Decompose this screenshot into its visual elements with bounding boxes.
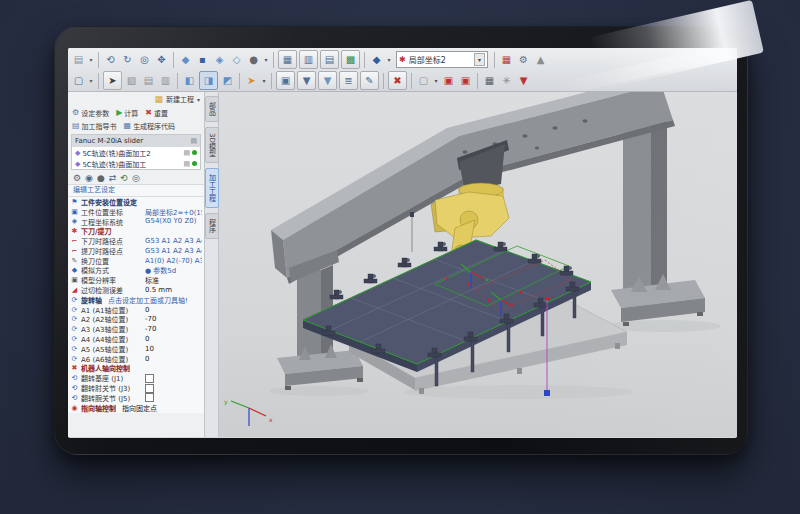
set-parameters-button[interactable]: ⚙ 设定参数 bbox=[72, 108, 109, 118]
axis-delete-icon[interactable]: ✖ bbox=[388, 71, 407, 90]
swap-icon[interactable]: ⇄ bbox=[109, 173, 117, 183]
work-instruction-button[interactable]: ▤ 加工指导书 bbox=[72, 121, 117, 131]
property-row: ▣ 模型分辨率 标准 bbox=[68, 275, 204, 285]
property-value[interactable]: ● 参数5d bbox=[145, 265, 202, 275]
property-value[interactable]: 0 bbox=[145, 306, 202, 314]
monitor-sim-icon[interactable]: ▩ bbox=[341, 50, 360, 69]
tree-root-row[interactable]: Fanuc M-20iA slider ▤ bbox=[72, 135, 200, 147]
property-label: 翻转腕关节 (J5) bbox=[81, 393, 143, 403]
select-arrow-icon[interactable]: ➤ bbox=[103, 71, 122, 90]
property-value[interactable]: 点击设定加工面或刀具轴! bbox=[108, 295, 202, 305]
property-label: A1 (A1轴位置) bbox=[81, 305, 143, 315]
render-sphere-icon[interactable]: ● bbox=[245, 51, 262, 68]
world-icon[interactable]: ◎ bbox=[132, 173, 140, 183]
coordinate-system-combobox[interactable]: ✱ 局部坐标2 ▾ bbox=[396, 51, 488, 68]
red-filter-icon[interactable]: ▼ bbox=[515, 72, 532, 89]
property-value[interactable]: 10 bbox=[145, 345, 202, 353]
annotate-icon[interactable]: ✎ bbox=[360, 71, 379, 90]
simulation-cell-icon[interactable]: ▦ bbox=[278, 50, 297, 69]
tool-setup-icon[interactable]: ⚙ bbox=[73, 173, 81, 183]
property-icon: ⟳ bbox=[70, 355, 79, 363]
calculate-button[interactable]: ▶ 计算 bbox=[116, 108, 138, 118]
new-doc-icon[interactable]: ▢ bbox=[70, 72, 87, 89]
property-value[interactable]: G53 A1 A2 A3 A4 A5 A bbox=[145, 247, 202, 255]
property-value[interactable]: G54(X0 Y0 Z0) bbox=[145, 217, 202, 225]
link-nodes-icon[interactable]: ✳ bbox=[498, 72, 515, 89]
property-value[interactable]: 0 bbox=[145, 335, 202, 343]
side-tab[interactable]: 3D模型 bbox=[205, 127, 219, 163]
scene-canvas[interactable]: y x bbox=[219, 92, 737, 437]
surface-new-icon[interactable]: ◩ bbox=[219, 72, 236, 89]
side-tab[interactable]: 程序 bbox=[205, 213, 219, 239]
side-tab[interactable]: 部品 bbox=[205, 96, 219, 122]
filter-tool-icon[interactable]: ▼ bbox=[297, 71, 316, 90]
tool-library-icon[interactable]: ⚙ bbox=[515, 51, 532, 68]
property-icon: ⟳ bbox=[70, 345, 79, 353]
sphere-tool-icon[interactable]: ● bbox=[97, 173, 105, 183]
dropdown-caret-icon[interactable]: ▾ bbox=[432, 72, 440, 89]
property-value[interactable]: G53 A1 A2 A3 A4 A5 A bbox=[145, 237, 202, 245]
probe-icon[interactable]: ◉ bbox=[85, 173, 93, 183]
property-label: 下刀时路径点 bbox=[81, 236, 143, 246]
reset-button[interactable]: ✖ 重置 bbox=[145, 108, 168, 118]
mesh-view-icon[interactable]: ◇ bbox=[228, 51, 245, 68]
data-table-icon[interactable]: ≣ bbox=[339, 71, 358, 90]
orbit-view-icon[interactable]: ⟲ bbox=[102, 51, 119, 68]
report-doc-icon[interactable]: ▢ bbox=[415, 72, 432, 89]
dropdown-caret-icon[interactable]: ▾ bbox=[260, 72, 268, 89]
property-value[interactable]: -70 bbox=[145, 315, 202, 323]
gantry-column-right[interactable] bbox=[611, 116, 705, 326]
new-project-button[interactable]: 新建工程 bbox=[166, 94, 194, 104]
viewport-3d[interactable]: y x bbox=[219, 92, 737, 437]
dropdown-caret-icon[interactable]: ▾ bbox=[87, 72, 95, 89]
property-value[interactable]: 0 bbox=[145, 355, 202, 363]
stamp-copy-icon[interactable]: ▤ bbox=[140, 72, 157, 89]
filter-path-icon[interactable]: ▼ bbox=[318, 71, 337, 90]
property-value[interactable]: 0.5 mm bbox=[145, 286, 202, 294]
property-value[interactable]: 标准 bbox=[145, 275, 202, 285]
camera-view-icon[interactable]: ▣ bbox=[276, 71, 295, 90]
property-value[interactable]: -70 bbox=[145, 325, 202, 333]
screen-capture-icon[interactable]: ▦ bbox=[481, 72, 498, 89]
collision-shield-icon[interactable]: ◆ bbox=[368, 51, 385, 68]
refresh-icon[interactable]: ⟲ bbox=[120, 173, 128, 183]
box-select-icon[interactable]: ▧ bbox=[123, 72, 140, 89]
tree-operation-item[interactable]: ◆ 5C轨迹(铣)曲面加工 ▤ bbox=[72, 158, 200, 169]
terrain-icon[interactable]: ▲ bbox=[532, 51, 549, 68]
checkbox[interactable] bbox=[145, 384, 154, 393]
stamp-paste-icon[interactable]: ▥ bbox=[157, 72, 174, 89]
display-settings-icon[interactable]: ▦ bbox=[498, 51, 515, 68]
rotate-view-icon[interactable]: ↻ bbox=[119, 51, 136, 68]
property-value[interactable]: 指向固定点 bbox=[122, 403, 202, 413]
dropdown-caret-icon[interactable]: ▾ bbox=[87, 51, 95, 68]
open-project-icon[interactable]: ▤ bbox=[70, 51, 87, 68]
shaded-view-icon[interactable]: ◆ bbox=[177, 51, 194, 68]
status-ok-dot bbox=[192, 150, 197, 155]
chevron-down-icon[interactable]: ▾ bbox=[197, 96, 200, 103]
property-value[interactable]: A1(0) A2(-70) A3(-70) bbox=[145, 257, 202, 265]
checkbox[interactable] bbox=[145, 393, 154, 402]
measure-icon[interactable]: ▤ bbox=[320, 50, 339, 69]
vertex-snap-icon[interactable]: ▪ bbox=[194, 51, 211, 68]
toolbar-separator bbox=[411, 73, 412, 89]
side-tab[interactable]: 加工工程 bbox=[205, 168, 219, 208]
pick-point-icon[interactable]: ➤ bbox=[243, 72, 260, 89]
surface-edit-icon[interactable]: ◨ bbox=[199, 71, 218, 90]
generate-code-button[interactable]: ▦ 生成程序代码 bbox=[124, 121, 176, 131]
property-value[interactable]: 局部坐标2=+0(1544.582 bbox=[145, 207, 202, 217]
pdf-report-icon[interactable]: ▣ bbox=[457, 72, 474, 89]
dropdown-caret-icon[interactable]: ▾ bbox=[262, 51, 270, 68]
dropdown-caret-icon[interactable]: ▾ bbox=[385, 51, 393, 68]
zoom-icon[interactable]: ◎ bbox=[136, 51, 153, 68]
toolbar-separator bbox=[98, 73, 99, 89]
trajectory-icon[interactable]: ◈ bbox=[211, 51, 228, 68]
surface-path-icon[interactable]: ◧ bbox=[181, 72, 198, 89]
checkbox[interactable] bbox=[145, 374, 154, 383]
machine-setup-icon[interactable]: ▥ bbox=[299, 50, 318, 69]
tree-operation-item[interactable]: ◆ 5C轨迹(铣)曲面加工2 ▤ bbox=[72, 147, 200, 158]
document-icon: ▤ bbox=[183, 149, 190, 157]
combobox-dropdown-button[interactable]: ▾ bbox=[474, 53, 485, 66]
pan-icon[interactable]: ✥ bbox=[153, 51, 170, 68]
pdf-export-icon[interactable]: ▣ bbox=[440, 72, 457, 89]
edit-process-link[interactable]: 编辑工艺设定 bbox=[68, 184, 204, 197]
